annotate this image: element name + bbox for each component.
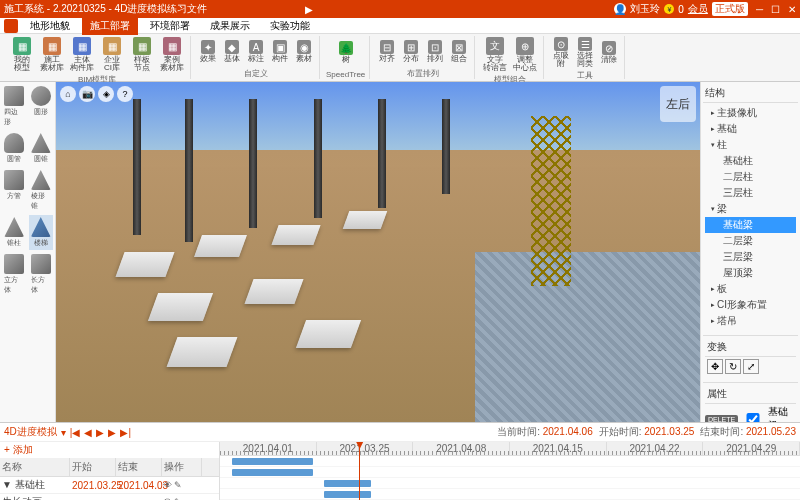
shape-stairs[interactable]: 楼梯 [29,215,54,250]
row-eye-icon[interactable]: 👁 [163,480,172,490]
shape-cone-column[interactable]: 锥柱 [2,215,27,250]
ribbon-tree[interactable]: 🌲树 [335,36,357,69]
ribbon-case-lib[interactable]: ▦案例 素材库 [158,36,186,73]
timeline-gantt[interactable]: 2021.04.01 2021.03.25 2021.04.08 2021.04… [220,442,800,500]
timeline-prev-icon[interactable]: ◀ [84,427,92,438]
play-button[interactable]: ▶ [299,4,319,15]
col-end: 结束 [116,458,162,476]
tree-2f-col[interactable]: 二层柱 [705,169,796,185]
vp-home-icon[interactable]: ⌂ [60,86,76,102]
col-name: 名称 [0,458,70,476]
col-op: 操作 [162,458,202,476]
col-start: 开始 [70,458,116,476]
tree-foundation[interactable]: ▸基础 [705,121,796,137]
ribbon: ▦我的 模型 ▦施工 素材库 ▦主体 构件库 ▦企业 CI库 ▦样板 节点 ▦案… [0,34,800,82]
structure-panel: 结构 ▸主摄像机 ▸基础 ▾柱 基础柱 二层柱 三层柱 ▾梁 基础梁 二层梁 三… [700,82,800,422]
ribbon-material-lib[interactable]: ▦施工 素材库 [38,36,66,73]
timeline-playhead[interactable] [359,442,360,500]
ribbon-group[interactable]: ⊠组合 [448,36,470,67]
tree-foundation-col[interactable]: 基础柱 [705,153,796,169]
ribbon-select-same[interactable]: ☰选择 同类 [574,36,596,69]
shape-pyramid[interactable]: 棱形锥 [29,168,54,213]
tab-terrain[interactable]: 地形地貌 [22,17,78,35]
close-button[interactable]: ✕ [788,4,796,15]
tree-camera[interactable]: ▸主摄像机 [705,105,796,121]
ribbon-annotate[interactable]: A标注 [245,36,267,67]
ribbon-sample[interactable]: ▦样板 节点 [128,36,156,73]
tree-roof-beam[interactable]: 屋顶梁 [705,265,796,281]
tree-foundation-beam[interactable]: 基础梁 [705,217,796,233]
ribbon-main-component[interactable]: ▦主体 构件库 [68,36,96,73]
shape-cone[interactable]: 圆锥 [29,131,54,166]
user-avatar-icon[interactable]: 👤 [614,3,626,15]
viewport-toolbar: ⌂ 📷 ◈ ? [60,86,133,102]
tree-beam[interactable]: ▾梁 [705,201,796,217]
timeline-ruler: 2021.04.01 2021.03.25 2021.04.08 2021.04… [220,442,800,456]
ribbon-ci-lib[interactable]: ▦企业 CI库 [98,36,126,73]
shortcut-delete: DELETE [705,415,738,423]
tree-column[interactable]: ▾柱 [705,137,796,153]
coin-count: 0 [678,4,684,15]
ribbon-align[interactable]: ⊟对齐 [376,36,398,67]
tree-3f-beam[interactable]: 三层梁 [705,249,796,265]
transform-scale-icon[interactable]: ⤢ [743,359,759,374]
crane-model [531,116,571,286]
row-edit-icon[interactable]: ✎ [174,480,182,490]
timeline-row[interactable]: ▼ 基础柱2021.03.252021.04.03👁✎ [0,477,219,494]
timeline-task-list: + 添加 名称 开始 结束 操作 ▼ 基础柱2021.03.252021.04.… [0,442,220,500]
timeline-play-icon[interactable]: ▶ [96,427,104,438]
time-current: 当前时间: 2021.04.06 [497,425,593,439]
prop-name-check[interactable] [740,413,766,423]
ribbon-text-speech[interactable]: 文文字 转语言 [481,36,509,73]
ribbon-center[interactable]: ⊕调整 中心点 [511,36,539,73]
app-logo-icon[interactable] [4,19,18,33]
tab-experiment[interactable]: 实验功能 [262,17,318,35]
transform-move-icon[interactable]: ✥ [707,359,723,374]
structure-title: 结构 [703,84,798,103]
timeline-dropdown-icon[interactable]: ▾ [61,427,66,438]
vp-compass-icon[interactable]: ◈ [98,86,114,102]
tab-results[interactable]: 成果展示 [202,17,258,35]
ribbon-component[interactable]: ▣构件 [269,36,291,67]
tree-slab[interactable]: ▸板 [705,281,796,297]
ribbon-base[interactable]: ◆基体 [221,36,243,67]
titlebar: 施工系统 - 2.20210325 - 4D进度模拟练习文件 ▶ 👤 刘玉玲 ¥… [0,0,800,18]
tree-crane[interactable]: ▸塔吊 [705,313,796,329]
shape-cuboid[interactable]: 长方体 [29,252,54,297]
transform-rotate-icon[interactable]: ↻ [725,359,741,374]
tree-ci[interactable]: ▸CI形象布置 [705,297,796,313]
view-cube[interactable]: 左后 [660,86,696,122]
timeline-first-icon[interactable]: |◀ [70,427,81,438]
vip-badge[interactable]: 会员 [688,2,708,16]
ribbon-material[interactable]: ◉素材 [293,36,315,67]
tab-construction[interactable]: 施工部署 [82,17,138,35]
shape-square-tube[interactable]: 方管 [2,168,27,213]
tree-2f-beam[interactable]: 二层梁 [705,233,796,249]
timeline-row[interactable]: 生长动画👁✎ [0,494,219,500]
shape-cube[interactable]: 立方体 [2,252,27,297]
ribbon-effect[interactable]: ✦效果 [197,36,219,67]
minimize-button[interactable]: ─ [756,4,763,15]
timeline-add-button[interactable]: + 添加 [4,444,33,455]
shape-circle[interactable]: 圆形 [29,84,54,129]
tab-environment[interactable]: 环境部署 [142,17,198,35]
mode-badge[interactable]: 正式版 [712,2,748,16]
vp-help-icon[interactable]: ? [117,86,133,102]
maximize-button[interactable]: ☐ [771,4,780,15]
viewport-3d[interactable]: ⌂ 📷 ◈ ? 左后 [56,82,700,422]
ribbon-distribute[interactable]: ⊞分布 [400,36,422,67]
timeline-last-icon[interactable]: ▶| [120,427,131,438]
user-area: 👤 刘玉玲 ¥ 0 会员 正式版 [614,2,748,16]
shape-palette: 四边形 圆形 圆管 圆锥 方管 棱形锥 锥柱 楼梯 立方体 长方体 [0,82,56,422]
ribbon-arrange[interactable]: ⊡排列 [424,36,446,67]
shape-tube[interactable]: 圆管 [2,131,27,166]
ribbon-snap[interactable]: ⊙点吸附 [550,36,572,69]
coin-icon: ¥ [664,4,674,14]
ribbon-clear[interactable]: ⊘清除 [598,36,620,69]
ribbon-my-model[interactable]: ▦我的 模型 [8,36,36,73]
shape-quad[interactable]: 四边形 [2,84,27,129]
timeline-next-icon[interactable]: ▶ [108,427,116,438]
vp-camera-icon[interactable]: 📷 [79,86,95,102]
structure-tree: ▸主摄像机 ▸基础 ▾柱 基础柱 二层柱 三层柱 ▾梁 基础梁 二层梁 三层梁 … [703,103,798,331]
tree-3f-col[interactable]: 三层柱 [705,185,796,201]
